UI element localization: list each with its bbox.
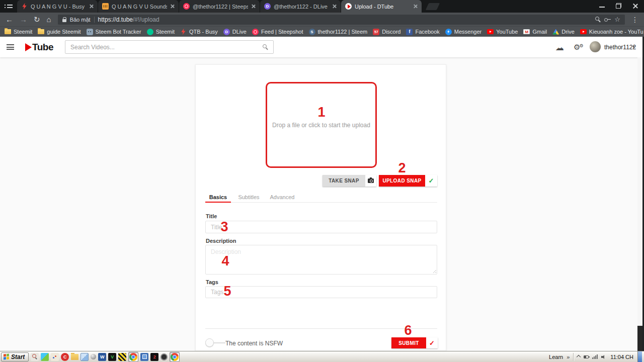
tray-overflow-chevron[interactable]: » [567, 354, 570, 360]
file-dropzone[interactable]: Drop a file or click to start the upload [266, 82, 377, 168]
tab-basics[interactable]: Basics [205, 194, 231, 200]
hamburger-menu-icon[interactable] [7, 44, 14, 50]
taskbar-sphere-icon[interactable] [91, 354, 96, 359]
browser-menu-icon[interactable]: ⋮ [631, 16, 638, 23]
close-icon[interactable] [332, 4, 337, 9]
chevron-down-icon[interactable]: ▾ [632, 44, 635, 49]
close-icon[interactable] [89, 4, 94, 9]
taskbar-folder-icon[interactable] [71, 354, 78, 360]
bookmark-dlive[interactable]: DDLive [223, 29, 247, 35]
close-window-icon[interactable] [632, 3, 638, 9]
reload-icon[interactable]: ↻ [34, 16, 40, 23]
username-label[interactable]: thethor1122 [604, 44, 636, 51]
bookmark-qtb-busy[interactable]: QTB - Busy [180, 29, 218, 35]
tags-input[interactable] [205, 286, 437, 298]
tray-expand-icon[interactable] [577, 354, 581, 358]
bookmark-gmail[interactable]: MGmail [523, 29, 547, 35]
browser-tab-steepshot[interactable]: @thethor1122 | Steepshot [179, 0, 260, 13]
back-icon[interactable]: ← [6, 16, 13, 23]
taskbar-chrome-active[interactable] [128, 352, 138, 362]
network-signal-icon[interactable] [592, 354, 598, 359]
settings-gear-icon[interactable]: ⚙⚙ [574, 43, 585, 52]
browser-tab-busy[interactable]: Q U A N G V U - Busy [17, 0, 98, 13]
battery-icon[interactable] [584, 355, 589, 358]
key-icon[interactable] [604, 17, 611, 23]
toggle-knob[interactable] [205, 338, 214, 347]
check-segment[interactable]: ✓ [425, 175, 437, 187]
bookmark-kieuoanh-youtube[interactable]: Kieuoanh zoe - YouTu [580, 29, 643, 35]
page-scrollbar[interactable] [637, 57, 642, 351]
upload-cloud-icon[interactable]: ☁ [555, 42, 564, 53]
forward-icon[interactable]: → [20, 16, 27, 23]
show-desktop-button[interactable] [637, 351, 642, 362]
bookmark-star-icon[interactable]: ☆ [614, 16, 620, 23]
nsfw-toggle[interactable] [205, 338, 226, 347]
take-snap-button[interactable]: TAKE SNAP [323, 175, 376, 187]
browser-toolbar: ← → ↻ ⌂ Bảo mật https://d.tube/#!/upload… [0, 13, 644, 26]
taskbar-pes2-icon[interactable]: 2 [150, 353, 158, 361]
close-icon[interactable] [413, 4, 418, 9]
taskbar-bluestacks-icon[interactable] [41, 353, 49, 361]
bookmark-feed-steepshot[interactable]: Feed | Steepshot [252, 29, 303, 35]
taskbar-search-tool-icon[interactable] [31, 353, 39, 361]
taskbar-vlc-icon[interactable]: V [108, 353, 116, 361]
bookmark-youtube[interactable]: YouTube [487, 29, 518, 35]
lock-icon[interactable] [62, 17, 66, 22]
bookmark-facebook[interactable]: fFacebook [406, 29, 439, 35]
taskbar: Start C W V 2 Learn » 11:04 CH [0, 351, 644, 362]
bookmark-steemit-folder[interactable]: Steemit [5, 29, 32, 35]
learn-toolbar-label[interactable]: Learn [549, 354, 563, 360]
taskbar-chrome-alt-active[interactable] [170, 352, 180, 362]
avatar[interactable] [590, 41, 601, 52]
annotation-1: 1 [317, 106, 325, 119]
minimize-icon[interactable] [599, 3, 605, 9]
taskbar-obs-sphere-icon[interactable] [160, 353, 168, 360]
bookmark-discord[interactable]: 57Discord [373, 29, 400, 35]
close-icon[interactable] [251, 4, 256, 9]
title-input[interactable] [205, 221, 437, 233]
browser-tab-dtube-active[interactable]: Upload - DTube [341, 0, 422, 13]
home-icon[interactable]: ⌂ [47, 16, 51, 23]
bookmark-label: Kieuoanh zoe - YouTu [589, 29, 643, 35]
start-button[interactable]: Start [1, 352, 29, 361]
taskbar-blue-app-icon[interactable] [140, 353, 148, 361]
submit-button[interactable]: SUBMIT ✓ [391, 337, 438, 348]
taskbar-cube-app-icon[interactable] [80, 353, 89, 361]
check-segment[interactable]: ✓ [426, 337, 438, 348]
video-search-box [65, 40, 274, 54]
taskbar-paint-icon[interactable] [51, 353, 59, 361]
bookmark-guide-steemit-folder[interactable]: guide Steemit [38, 29, 80, 35]
bookmark-thethor-steem[interactable]: Sthethor1122 | Steem [309, 29, 368, 35]
upload-snap-button[interactable]: UPLOAD SNAP ✓ [379, 175, 437, 187]
restore-icon[interactable] [616, 3, 621, 9]
dtube-logo-text: Tube [32, 42, 53, 53]
window-controls [599, 3, 638, 9]
bookmark-steem-bot-tracker[interactable]: Steem Bot Tracker [87, 29, 141, 35]
address-bar[interactable]: Bảo mật https://d.tube/#!/upload ☆ [58, 15, 625, 25]
bookmark-drive[interactable]: Drive [552, 29, 575, 35]
new-tab-button[interactable] [426, 3, 440, 10]
close-icon[interactable] [170, 4, 175, 9]
tab-advanced[interactable]: Advanced [267, 194, 298, 200]
browser-tab-dlive[interactable]: D @thethor1122 - DLive [260, 0, 341, 13]
tab-subtitles[interactable]: Subtitles [234, 194, 263, 200]
taskbar-ccleaner-icon[interactable]: C [61, 353, 69, 361]
scrollbar-thumb[interactable] [637, 326, 642, 351]
search-input[interactable] [65, 44, 263, 51]
check-icon: ✓ [429, 339, 435, 347]
taskbar-word-icon[interactable]: W [98, 353, 106, 361]
dtube-logo[interactable]: Tube [25, 42, 53, 53]
camera-segment[interactable] [365, 175, 376, 187]
browser-logo-icon[interactable] [5, 3, 13, 10]
url-path: /#!/upload [133, 16, 159, 23]
url-text: https://d.tube/#!/upload [98, 16, 159, 23]
bookmark-label: Discord [382, 29, 400, 35]
description-textarea[interactable] [205, 245, 437, 275]
speaker-icon[interactable] [601, 354, 607, 359]
bookmark-messenger[interactable]: Messenger [445, 29, 481, 35]
browser-tab-dsound[interactable]: Q U A N G V U Sounds | DS [98, 0, 179, 13]
bookmark-steemit[interactable]: Steemit [147, 29, 175, 35]
taskbar-keymap-icon[interactable] [118, 353, 126, 361]
zoom-search-icon[interactable] [595, 17, 601, 22]
search-icon[interactable] [263, 44, 268, 50]
